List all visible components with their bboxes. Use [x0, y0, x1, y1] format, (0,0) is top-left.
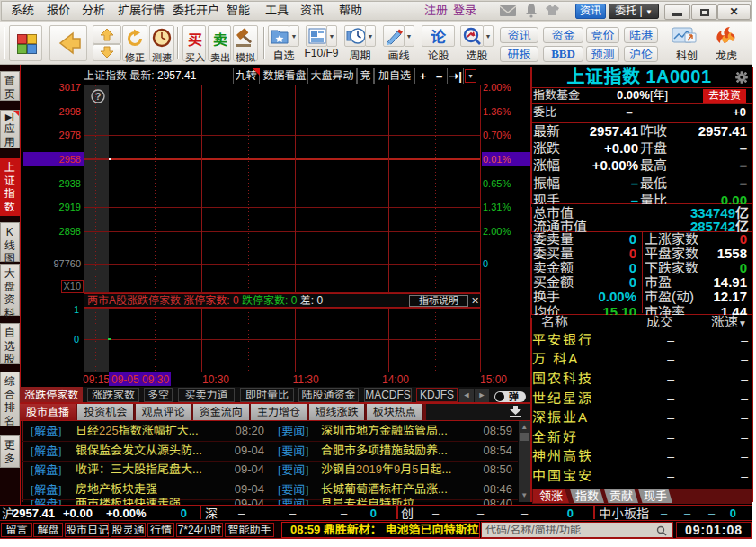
svg-text:?: ?: [95, 91, 102, 102]
